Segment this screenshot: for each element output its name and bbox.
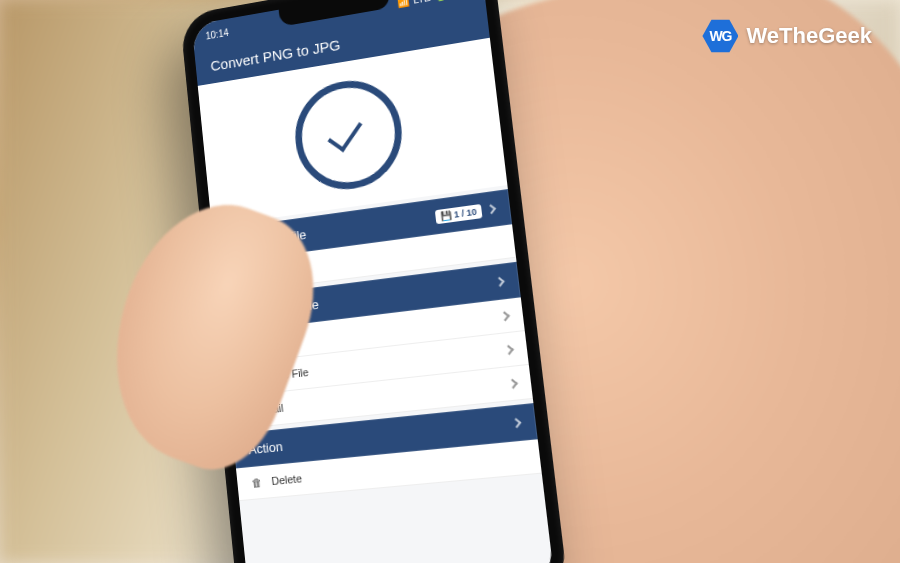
watermark-logo-icon: WG xyxy=(702,18,738,54)
save-count-badge: 💾 1 / 10 xyxy=(435,203,482,223)
lte-label: LTE xyxy=(412,0,430,5)
chevron-right-icon xyxy=(500,311,510,321)
checkmark-icon xyxy=(328,113,363,152)
save-count: 1 / 10 xyxy=(453,206,477,219)
status-time: 10:14 xyxy=(205,27,229,41)
chevron-right-icon xyxy=(508,378,518,388)
watermark: WG WeTheGeek xyxy=(702,18,872,54)
watermark-logo-text: WG xyxy=(709,28,731,44)
chevron-right-icon xyxy=(504,344,514,354)
delete-icon: 🗑 xyxy=(250,476,263,489)
battery-icon: 🔋 xyxy=(434,0,447,2)
watermark-brand: WeTheGeek xyxy=(746,23,872,49)
signal-icon: 📶 xyxy=(397,0,410,8)
chevron-right-icon xyxy=(495,277,505,287)
delete-label: Delete xyxy=(271,472,303,487)
save-icon: 💾 xyxy=(440,210,452,221)
chevron-right-icon xyxy=(486,204,496,214)
success-circle-icon xyxy=(290,73,407,196)
chevron-right-icon xyxy=(511,418,521,428)
